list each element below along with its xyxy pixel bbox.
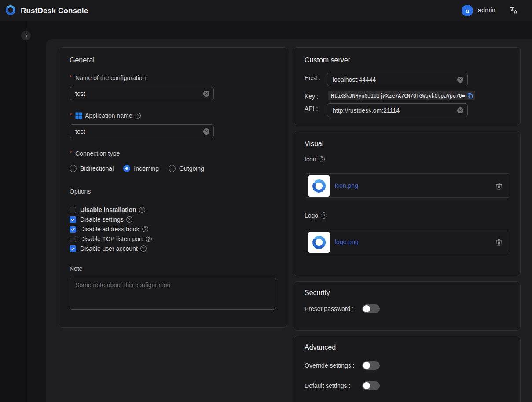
- connection-type-label: * Connection type: [70, 150, 120, 157]
- option-disable-settings[interactable]: Disable settings ?: [70, 215, 132, 224]
- checkbox-unchecked-icon[interactable]: [70, 236, 76, 242]
- checkbox-checked-icon[interactable]: [70, 226, 76, 233]
- radio-bidirectional[interactable]: Bidirectional: [70, 165, 114, 172]
- custom-server-title: Custom server: [305, 56, 350, 64]
- icon-file-row: icon.png: [305, 173, 510, 198]
- default-settings-toggle[interactable]: [362, 381, 380, 390]
- clear-icon[interactable]: ✕: [203, 91, 209, 97]
- host-field-wrap: ✕: [327, 73, 468, 86]
- host-input[interactable]: [327, 73, 468, 86]
- radio-icon[interactable]: [70, 165, 77, 172]
- api-label: API :: [305, 105, 318, 112]
- visual-title: Visual: [305, 140, 323, 148]
- config-name-label: * Name of the configuration: [70, 74, 146, 81]
- help-icon[interactable]: ?: [140, 245, 147, 252]
- icon-thumbnail: [308, 175, 330, 197]
- sidebar-divider: [26, 21, 26, 402]
- option-disable-installation[interactable]: Disable installation ?: [70, 205, 145, 215]
- key-value: HtaXBkJNHyn0e1U1jWXze7A7CN7QTGWqxkOtpaVp…: [331, 93, 465, 99]
- config-name-input[interactable]: [70, 87, 214, 100]
- clear-icon[interactable]: ✕: [457, 77, 463, 83]
- icon-label: Icon ?: [305, 156, 325, 163]
- logo-file-row: logo.png: [305, 230, 510, 254]
- preset-password-toggle[interactable]: [362, 304, 380, 313]
- note-textarea[interactable]: [70, 278, 276, 310]
- rustdesk-logo-icon: [4, 4, 17, 18]
- language-icon[interactable]: [509, 6, 519, 15]
- preset-password-label: Preset password :: [305, 305, 354, 312]
- radio-icon[interactable]: [169, 165, 176, 172]
- option-disable-address-book[interactable]: Disable address book ?: [70, 224, 148, 234]
- logo-file-link[interactable]: logo.png: [335, 238, 359, 245]
- user-avatar[interactable]: a: [462, 5, 473, 16]
- checkbox-checked-icon[interactable]: [70, 216, 76, 223]
- config-name-field-wrap: ✕: [70, 87, 214, 100]
- general-title: General: [70, 56, 95, 64]
- required-asterisk: *: [70, 150, 72, 156]
- app-name-field-wrap: ✕: [70, 124, 214, 138]
- advanced-card: Advanced Override settings : Default set…: [294, 336, 521, 402]
- checkbox-unchecked-icon[interactable]: [70, 207, 76, 213]
- radio-icon-checked[interactable]: [123, 165, 130, 172]
- username[interactable]: admin: [478, 7, 495, 14]
- options-label: Options: [70, 188, 91, 195]
- required-asterisk: *: [70, 112, 72, 118]
- app-name-input[interactable]: [70, 124, 214, 138]
- option-disable-user-account[interactable]: Disable user account ?: [70, 244, 147, 253]
- general-card: General * Name of the configuration ✕ * …: [59, 47, 287, 328]
- logo-thumbnail: [308, 232, 330, 253]
- option-disable-tcp-listen-port[interactable]: Disable TCP listen port ?: [70, 234, 152, 244]
- app-title: RustDesk Console: [21, 7, 88, 15]
- default-settings-label: Default settings :: [305, 382, 350, 389]
- advanced-title: Advanced: [305, 344, 336, 351]
- trash-icon[interactable]: [495, 238, 503, 246]
- windows-icon: [75, 112, 82, 119]
- main-panel: General * Name of the configuration ✕ * …: [46, 39, 532, 402]
- top-bar: RustDesk Console a admin: [0, 0, 532, 21]
- override-settings-label: Override settings :: [305, 362, 355, 369]
- host-label: Host :: [305, 74, 321, 81]
- connection-type-radio-group: Bidirectional Incoming Outgoing: [70, 165, 204, 172]
- help-icon[interactable]: ?: [139, 207, 145, 213]
- checkbox-checked-icon[interactable]: [70, 245, 76, 252]
- required-asterisk: *: [70, 74, 72, 80]
- security-title: Security: [305, 289, 330, 297]
- copy-icon[interactable]: [467, 92, 473, 99]
- trash-icon[interactable]: [495, 182, 503, 190]
- custom-server-card: Custom server Host : ✕ Key : HtaXBkJNHyn…: [294, 47, 521, 125]
- clear-icon[interactable]: ✕: [203, 128, 209, 135]
- key-value-pill: HtaXBkJNHyn0e1U1jWXze7A7CN7QTGWqxkOtpaVp…: [328, 91, 475, 100]
- api-input[interactable]: [327, 103, 468, 117]
- key-label: Key :: [305, 93, 319, 100]
- sidebar-collapse-button[interactable]: [21, 31, 31, 40]
- help-icon[interactable]: ?: [135, 113, 141, 119]
- icon-file-link[interactable]: icon.png: [335, 182, 358, 189]
- brand: RustDesk Console: [4, 4, 88, 18]
- radio-incoming[interactable]: Incoming: [123, 165, 159, 172]
- clear-icon[interactable]: ✕: [457, 107, 463, 113]
- help-icon[interactable]: ?: [321, 212, 327, 219]
- note-label: Note: [70, 265, 83, 272]
- help-icon[interactable]: ?: [319, 156, 325, 162]
- help-icon[interactable]: ?: [146, 236, 152, 242]
- radio-outgoing[interactable]: Outgoing: [169, 165, 204, 172]
- sidebar: [0, 21, 26, 402]
- app-name-label: * Application name ?: [70, 112, 141, 119]
- logo-label: Logo ?: [305, 212, 327, 219]
- help-icon[interactable]: ?: [126, 216, 132, 223]
- security-card: Security Preset password :: [294, 281, 521, 331]
- help-icon[interactable]: ?: [142, 226, 148, 232]
- override-settings-toggle[interactable]: [362, 361, 380, 370]
- api-field-wrap: ✕: [327, 103, 468, 117]
- visual-card: Visual Icon ? icon.png: [294, 131, 521, 276]
